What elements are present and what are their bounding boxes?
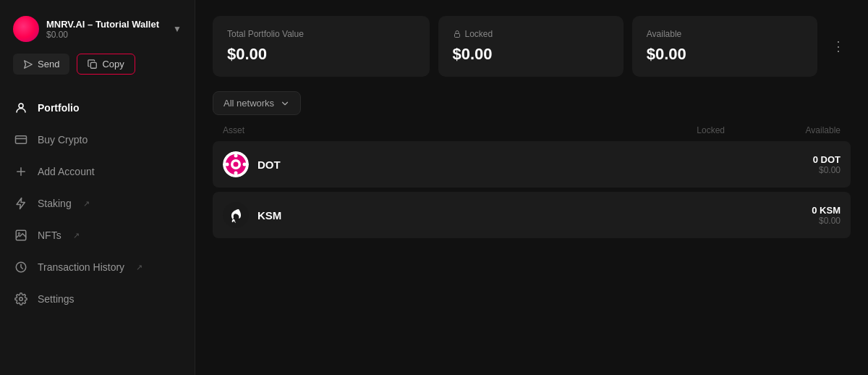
wallet-header: MNRV.AI – Tutorial Wallet $0.00 ▼ — [0, 0, 195, 54]
sidebar-item-staking[interactable]: Staking ↗ — [0, 188, 195, 219]
copy-button[interactable]: Copy — [77, 54, 135, 75]
asset-available-ksm: 0 KSM $0.00 — [725, 205, 841, 226]
svg-point-6 — [20, 298, 23, 301]
chevron-down-icon[interactable]: ▼ — [173, 24, 182, 34]
svg-point-4 — [18, 232, 20, 234]
external-icon-txhistory: ↗ — [136, 263, 142, 272]
table-row[interactable]: KSM 0 KSM $0.00 — [213, 192, 851, 238]
sidebar-item-buy-crypto[interactable]: Buy Crypto — [0, 124, 195, 156]
action-buttons: Send Copy — [0, 54, 195, 88]
chevron-down-icon — [280, 98, 290, 109]
available-label: Available — [647, 29, 803, 39]
asset-available-dot: 0 DOT $0.00 — [725, 154, 841, 175]
gear-icon — [14, 292, 27, 306]
table-row[interactable]: DOT 0 DOT $0.00 — [213, 141, 851, 188]
network-filter-label: All networks — [224, 98, 274, 109]
dot-usd: $0.00 — [725, 165, 841, 175]
ksm-amount: 0 KSM — [725, 205, 841, 216]
sidebar-item-add-account[interactable]: Add Account — [0, 156, 195, 188]
main-content: Total Portfolio Value $0.00 Locked $0.00… — [195, 0, 868, 375]
locked-value: $0.00 — [453, 45, 609, 64]
svg-point-14 — [226, 163, 229, 167]
wallet-info: MNRV.AI – Tutorial Wallet $0.00 — [46, 19, 166, 40]
table-header: Asset Locked Available — [213, 125, 851, 141]
locked-card: Locked $0.00 — [438, 16, 624, 77]
dot-logo — [223, 151, 249, 177]
svg-point-12 — [234, 154, 238, 158]
sidebar-item-portfolio[interactable]: Portfolio — [0, 92, 195, 124]
nav-section: Portfolio Buy Crypto Add Account — [0, 88, 195, 375]
bolt-icon — [14, 197, 27, 210]
network-filter-select[interactable]: All networks — [213, 91, 301, 115]
sidebar-item-nfts[interactable]: NFTs ↗ — [0, 219, 195, 251]
svg-point-13 — [234, 172, 238, 175]
external-icon-staking: ↗ — [83, 199, 90, 208]
send-button[interactable]: Send — [13, 54, 69, 75]
filter-row: All networks — [213, 91, 851, 115]
total-portfolio-value: $0.00 — [227, 45, 415, 64]
wallet-balance: $0.00 — [46, 30, 166, 40]
sidebar-item-label-settings: Settings — [38, 293, 75, 305]
stats-row: Total Portfolio Value $0.00 Locked $0.00… — [213, 16, 851, 77]
asset-table: Asset Locked Available DOT — [213, 125, 851, 361]
svg-point-16 — [223, 202, 249, 228]
asset-name-ksm: KSM — [258, 209, 609, 222]
more-options-button[interactable]: ⋮ — [826, 35, 851, 57]
sidebar-item-settings[interactable]: Settings — [0, 283, 195, 315]
svg-rect-0 — [91, 62, 97, 68]
dot-icon-wrap — [223, 151, 249, 177]
person-icon — [14, 101, 27, 114]
asset-name-dot: DOT — [258, 159, 609, 171]
dot-amount: 0 DOT — [725, 154, 841, 165]
sidebar-item-label-staking: Staking — [38, 198, 72, 209]
ksm-usd: $0.00 — [725, 216, 841, 226]
sidebar-item-label-portfolio: Portfolio — [38, 102, 80, 114]
wallet-avatar — [13, 16, 39, 42]
image-icon — [14, 229, 27, 242]
total-portfolio-label: Total Portfolio Value — [227, 29, 415, 39]
svg-rect-2 — [16, 136, 27, 144]
locked-label: Locked — [453, 29, 609, 39]
plus-icon — [14, 165, 27, 178]
card-icon — [14, 133, 27, 146]
send-icon — [23, 59, 33, 69]
ksm-icon-wrap — [223, 202, 249, 228]
wallet-name: MNRV.AI – Tutorial Wallet — [46, 19, 166, 30]
sidebar: MNRV.AI – Tutorial Wallet $0.00 ▼ Send C… — [0, 0, 195, 375]
svg-rect-7 — [454, 34, 459, 38]
column-header-asset: Asset — [223, 125, 609, 135]
copy-icon — [88, 59, 98, 69]
clock-icon — [14, 261, 27, 274]
sidebar-item-label-nfts: NFTs — [38, 229, 61, 241]
sidebar-item-transaction-history[interactable]: Transaction History ↗ — [0, 251, 195, 283]
svg-point-11 — [234, 162, 239, 167]
sidebar-item-label-transaction-history: Transaction History — [38, 261, 124, 273]
sidebar-item-label-buy-crypto: Buy Crypto — [38, 134, 88, 146]
svg-point-1 — [19, 104, 23, 108]
sidebar-item-label-add-account: Add Account — [38, 166, 95, 177]
ksm-logo — [223, 202, 249, 228]
column-header-available: Available — [725, 125, 841, 135]
lock-icon — [453, 30, 461, 38]
available-card: Available $0.00 — [632, 16, 817, 77]
total-portfolio-card: Total Portfolio Value $0.00 — [213, 16, 430, 77]
column-header-locked: Locked — [609, 125, 725, 135]
svg-point-15 — [243, 163, 247, 167]
external-icon-nfts: ↗ — [73, 231, 80, 240]
available-value: $0.00 — [647, 45, 803, 64]
